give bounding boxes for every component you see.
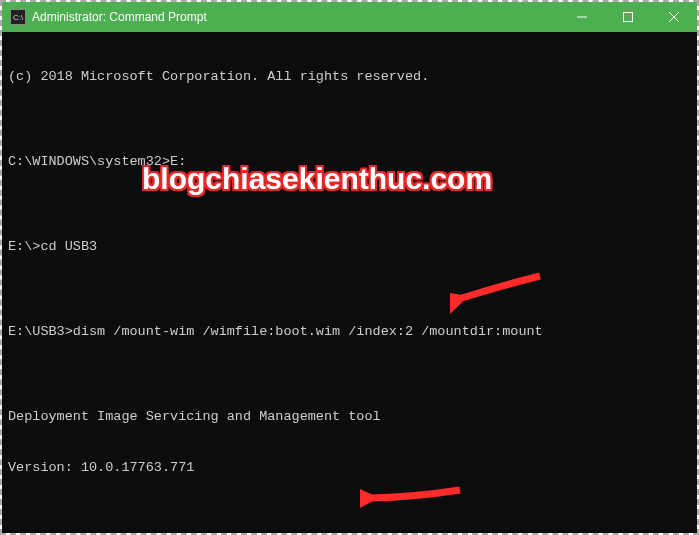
titlebar[interactable]: C:\ Administrator: Command Prompt [2,2,697,32]
maximize-button[interactable] [605,2,651,32]
output-line: E:\>cd USB3 [8,238,691,255]
window-controls [559,2,697,32]
terminal-output[interactable]: (c) 2018 Microsoft Corporation. All righ… [2,32,697,535]
window-title: Administrator: Command Prompt [32,10,559,24]
output-line: (c) 2018 Microsoft Corporation. All righ… [8,68,691,85]
minimize-button[interactable] [559,2,605,32]
svg-rect-1 [624,13,633,22]
output-line: E:\USB3>dism /mount-wim /wimfile:boot.wi… [8,323,691,340]
close-button[interactable] [651,2,697,32]
output-line: C:\WINDOWS\system32>E: [8,153,691,170]
output-line: Version: 10.0.17763.771 [8,459,691,476]
command-prompt-window: C:\ Administrator: Command Prompt (c) 20… [2,2,697,533]
output-line: Deployment Image Servicing and Managemen… [8,408,691,425]
app-icon: C:\ [10,9,26,25]
